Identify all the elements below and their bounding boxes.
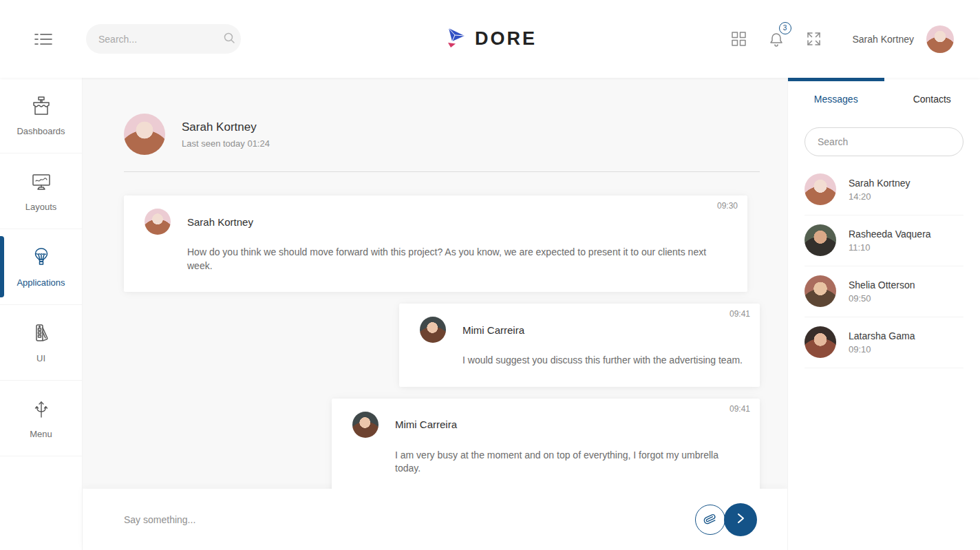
brand-logo[interactable]: DORE — [443, 25, 537, 53]
message-time: 09:41 — [729, 309, 750, 319]
message-text: I am very busy at the moment and on top … — [395, 449, 746, 476]
message-card: 09:41 Mimi Carreira I would suggest you … — [399, 304, 760, 387]
contact-name: Shelia Otterson — [849, 279, 915, 290]
contact-row-sarah-kortney[interactable]: Sarah Kortney 14:20 — [805, 165, 963, 215]
message-composer — [83, 489, 787, 550]
monitor-icon — [30, 171, 52, 195]
storefront-icon — [30, 95, 52, 120]
menu-burger-icon[interactable] — [32, 30, 55, 49]
message-time: 09:41 — [729, 404, 750, 414]
apps-grid-icon[interactable] — [727, 28, 750, 50]
sidebar-item-layouts[interactable]: Layouts — [0, 154, 82, 229]
contact-list: Sarah Kortney 14:20 Rasheeda Vaquera 11:… — [805, 165, 963, 368]
topbar-actions: 3 Sarah Kortney — [712, 25, 955, 53]
sidebar-item-label: Menu — [30, 429, 52, 439]
chat-partner-avatar — [124, 114, 165, 155]
current-user-avatar[interactable] — [926, 25, 954, 53]
active-tab-indicator — [788, 78, 884, 81]
chat-right-panel: Messages Contacts Sarah Kortney 14:20 — [787, 78, 980, 550]
message-card: 09:30 Sarah Kortney How do you think we … — [124, 195, 747, 292]
contact-row-shelia-otterson[interactable]: Shelia Otterson 09:50 — [805, 266, 963, 317]
sidebar-item-menu[interactable]: Menu — [0, 381, 82, 456]
message-sender-avatar — [145, 209, 171, 235]
sidebar-item-label: Dashboards — [17, 126, 65, 136]
contact-time: 11:10 — [849, 242, 931, 253]
chat-main: Sarah Kortney Last seen today 01:24 09:3… — [83, 78, 787, 550]
contact-time: 14:20 — [849, 191, 910, 202]
message-card: 09:41 Mimi Carreira I am very busy at th… — [332, 399, 760, 489]
contact-avatar — [805, 224, 836, 256]
chat-scroll-area[interactable]: Sarah Kortney Last seen today 01:24 09:3… — [83, 78, 787, 489]
contact-avatar — [805, 326, 836, 358]
hot-air-balloon-icon — [30, 246, 52, 271]
chat-partner-status: Last seen today 01:24 — [182, 138, 270, 149]
global-search — [86, 24, 241, 54]
chat-partner-header: Sarah Kortney Last seen today 01:24 — [124, 114, 760, 155]
chat-partner-name: Sarah Kortney — [182, 120, 270, 134]
tab-contacts[interactable]: Contacts — [884, 94, 980, 105]
contacts-search-input[interactable] — [818, 136, 950, 147]
top-navbar: DORE 3 — [0, 0, 980, 78]
message-text: How do you think we should move forward … — [187, 246, 734, 273]
right-panel-tabs: Messages Contacts — [788, 78, 980, 120]
message-sender-avatar — [352, 412, 379, 438]
notification-count-badge: 3 — [779, 22, 791, 34]
color-swatches-icon — [30, 322, 52, 347]
attach-file-button[interactable] — [695, 505, 725, 535]
message-text: I would suggest you discuss this further… — [462, 354, 746, 368]
search-icon[interactable] — [223, 32, 235, 47]
contact-name: Sarah Kortney — [849, 178, 910, 189]
sidebar-item-label: Layouts — [25, 202, 57, 212]
contact-name: Rasheeda Vaquera — [849, 229, 931, 240]
current-user-name: Sarah Kortney — [853, 34, 915, 45]
sidebar-item-label: Applications — [17, 277, 65, 288]
message-sender-name: Sarah Kortney — [187, 216, 253, 228]
fullscreen-icon[interactable] — [802, 28, 825, 50]
sidebar-item-applications[interactable]: Applications — [0, 229, 82, 305]
global-search-input[interactable] — [98, 34, 223, 45]
content-row: Dashboards Layouts — [0, 78, 980, 550]
trident-arrows-icon — [30, 398, 52, 423]
message-time: 09:30 — [717, 201, 738, 211]
logo-text: DORE — [475, 28, 537, 50]
contact-row-rasheeda-vaquera[interactable]: Rasheeda Vaquera 11:10 — [805, 215, 963, 266]
notification-bell-icon[interactable]: 3 — [765, 28, 787, 51]
contact-avatar — [805, 173, 836, 205]
sidebar-item-ui[interactable]: UI — [0, 305, 82, 381]
contact-name: Latarsha Gama — [849, 330, 915, 341]
sidebar-item-label: UI — [36, 353, 45, 363]
message-list: 09:30 Sarah Kortney How do you think we … — [124, 195, 760, 489]
main-sidebar: Dashboards Layouts — [0, 78, 83, 550]
sidebar-item-dashboards[interactable]: Dashboards — [0, 78, 82, 154]
contact-avatar — [805, 275, 836, 307]
message-sender-avatar — [420, 317, 446, 343]
message-sender-name: Mimi Carreira — [462, 324, 524, 336]
logo-icon — [443, 25, 468, 53]
contacts-search — [805, 127, 963, 156]
contact-row-latarsha-gama[interactable]: Latarsha Gama 09:10 — [805, 317, 963, 368]
paperclip-icon — [703, 511, 717, 527]
send-chevron-icon — [734, 512, 747, 527]
tab-messages[interactable]: Messages — [788, 94, 884, 105]
contact-time: 09:50 — [849, 293, 915, 304]
contact-time: 09:10 — [849, 344, 915, 355]
chat-header-divider — [124, 171, 760, 172]
send-message-button[interactable] — [724, 503, 757, 536]
app-root: DORE 3 — [0, 0, 980, 550]
message-sender-name: Mimi Carreira — [395, 419, 457, 430]
message-input[interactable] — [124, 514, 695, 525]
